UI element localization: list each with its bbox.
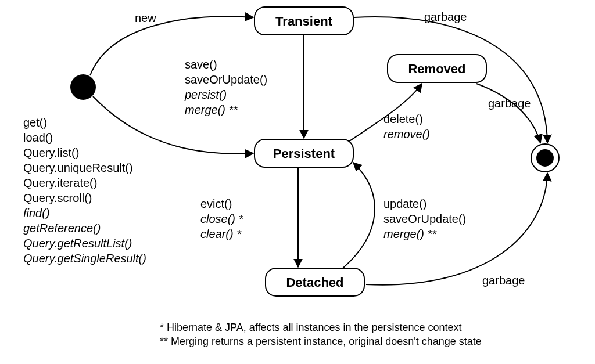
edge-transient-to-persistent-labels: save() saveOrUpdate() persist() merge() … xyxy=(184,58,267,116)
edge-initial-to-persistent-labels: get() load() Query.list() Query.uniqueRe… xyxy=(23,116,146,265)
edge-i2p-label-7: getReference() xyxy=(23,222,101,235)
edge-t2p-label-1: saveOrUpdate() xyxy=(185,73,267,86)
edge-transient-to-final-label: garbage xyxy=(424,10,467,23)
edge-persistent-to-removed-labels: delete() remove() xyxy=(383,113,430,140)
edge-p2r-label-0: delete() xyxy=(383,113,423,125)
edge-detached-to-persistent xyxy=(343,163,375,268)
edge-p2d-label-2: clear() * xyxy=(200,228,242,240)
edge-i2p-label-3: Query.uniqueResult() xyxy=(23,161,133,174)
edge-initial-to-transient xyxy=(90,16,253,75)
final-state-icon xyxy=(531,144,559,172)
edge-i2p-label-1: load() xyxy=(23,131,53,144)
state-transient: Transient xyxy=(255,7,353,35)
edge-removed-to-final xyxy=(476,84,540,143)
initial-state-icon xyxy=(70,74,96,100)
edge-t2p-label-2: persist() xyxy=(184,88,227,101)
edge-i2p-label-6: find() xyxy=(23,207,50,219)
svg-point-1 xyxy=(536,149,554,167)
edge-detached-to-persistent-labels: update() saveOrUpdate() merge() ** xyxy=(383,197,466,240)
edge-p2d-label-0: evict() xyxy=(200,197,232,210)
edge-i2p-label-4: Query.iterate() xyxy=(23,176,97,189)
state-removed: Removed xyxy=(388,55,486,82)
edge-i2p-label-0: get() xyxy=(23,116,47,129)
footnote-1: * Hibernate & JPA, affects all instances… xyxy=(160,322,462,333)
edge-i2p-label-8: Query.getResultList() xyxy=(23,237,132,250)
edge-t2p-label-3: merge() ** xyxy=(185,103,238,116)
state-diagram: Transient Removed Persistent Detached ne… xyxy=(0,0,595,364)
edge-t2p-label-0: save() xyxy=(185,58,217,71)
edge-i2p-label-2: Query.list() xyxy=(23,146,79,159)
edge-d2p-label-1: saveOrUpdate() xyxy=(383,212,466,225)
edge-p2r-label-1: remove() xyxy=(383,128,430,140)
state-detached-label: Detached xyxy=(286,275,343,290)
edge-i2p-label-5: Query.scroll() xyxy=(23,192,92,204)
state-persistent: Persistent xyxy=(255,139,353,167)
edge-i2p-label-9: Query.getSingleResult() xyxy=(23,252,146,265)
edge-d2p-label-0: update() xyxy=(383,197,427,210)
footnote-2: ** Merging returns a persistent instance… xyxy=(160,336,482,347)
state-persistent-label: Persistent xyxy=(273,146,335,161)
state-removed-label: Removed xyxy=(408,62,465,76)
state-transient-label: Transient xyxy=(275,14,332,28)
edge-d2p-label-2: merge() ** xyxy=(383,228,437,240)
state-detached: Detached xyxy=(266,268,364,296)
edge-persistent-to-detached-labels: evict() close() * clear() * xyxy=(200,197,244,240)
edge-removed-to-final-label: garbage xyxy=(488,97,531,110)
edge-initial-to-transient-label: new xyxy=(135,12,156,24)
edge-p2d-label-1: close() * xyxy=(200,212,244,225)
edge-detached-to-final-label: garbage xyxy=(482,274,525,287)
